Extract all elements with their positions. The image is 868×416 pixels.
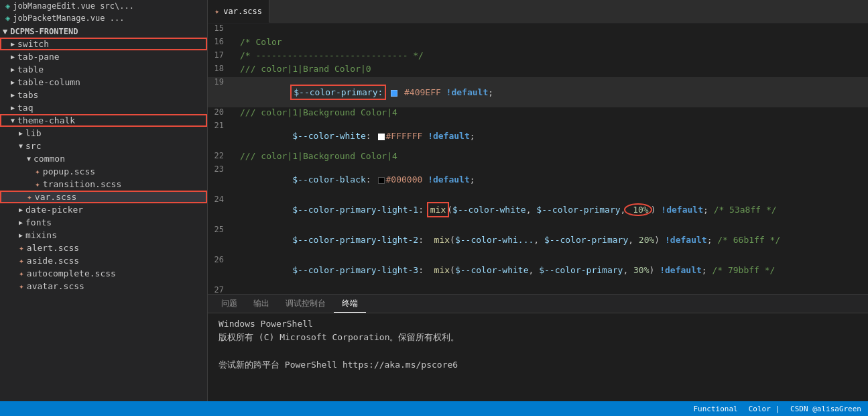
sidebar-label-switch: switch (17, 39, 49, 49)
sidebar-item-transition[interactable]: ✦ transition.scss (0, 178, 207, 191)
panel-tab-output[interactable]: 输出 (245, 295, 277, 313)
panel-tab-issues-label: 问题 (221, 298, 237, 309)
code-line-25: 25 $--color-primary-light-2: mix($--colo… (208, 225, 868, 255)
folder-arrow-src: ▼ (19, 142, 23, 150)
sidebar-label-taq: taq (17, 103, 33, 113)
open-file-1-name: jobManageEdit.vue src\... (13, 1, 134, 11)
app-container: ◈ jobManageEdit.vue src\... ◈ jobPacketM… (0, 0, 868, 401)
line-num-17: 17 (208, 50, 235, 60)
status-csdn: CSDN @alisaGreen (790, 405, 861, 413)
highlighted-var-primary: $--color-primary: (292, 87, 384, 98)
folder-arrow-tab-pane: ▶ (11, 53, 15, 60)
sidebar-label-src: src (25, 141, 41, 151)
line-content-19: $--color-primary: #409EFF !default; (235, 77, 865, 107)
scss-icon-aside: ✦ (19, 256, 24, 266)
line-num-22: 22 (208, 151, 235, 160)
terminal-line-4: 尝试新的跨平台 PowerShell https://aka.ms/pscore… (219, 359, 857, 371)
panel-tab-issues[interactable]: 问题 (213, 295, 245, 313)
file-tab-label: var.scss (223, 7, 262, 16)
open-file-2[interactable]: ◈ jobPacketManage.vue ... (5, 13, 124, 23)
code-line-18: 18 /// color|1|Brand Color|0 (208, 64, 868, 77)
line-content-26: $--color-primary-light-3: mix($--color-w… (235, 255, 865, 285)
sidebar-item-taq[interactable]: ▶ taq (0, 101, 207, 114)
sidebar-item-var[interactable]: ✦ var.scss (0, 191, 207, 203)
line-num-27: 27 (208, 285, 235, 294)
panel-tab-debug[interactable]: 调试控制台 (277, 295, 334, 313)
line-content-23: $--color-black: #000000 !default; (235, 164, 865, 195)
sidebar-item-switch[interactable]: ▶ switch (0, 38, 207, 50)
sidebar-item-autocomplete[interactable]: ✦ autocomplete.scss (0, 267, 207, 280)
file-tabs: ✦ var.scss (208, 0, 868, 23)
folder-arrow-tabs: ▶ (11, 91, 15, 99)
sidebar-item-avatar[interactable]: ✦ avatar.scss (0, 280, 207, 293)
file-tab-var[interactable]: ✦ var.scss (208, 0, 269, 23)
folder-arrow-lib: ▶ (19, 129, 23, 137)
color-swatch-black (378, 177, 385, 184)
panel-tab-terminal[interactable]: 终端 (334, 295, 366, 313)
folder-arrow-fonts: ▶ (19, 219, 23, 226)
sidebar-item-common[interactable]: ▼ common (0, 152, 207, 165)
code-line-22: 22 /// color|1|Background Color|4 (208, 151, 868, 164)
sidebar-item-alert[interactable]: ✦ alert.scss (0, 242, 207, 254)
sidebar-item-popup[interactable]: ✦ popup.scss (0, 165, 207, 178)
color-swatch-white (378, 134, 385, 140)
line-content-16: /* Color (235, 37, 865, 47)
vue-icon-2: ◈ (5, 13, 10, 23)
panel-tabs: 问题 输出 调试控制台 终端 (208, 295, 868, 313)
line-content-21: $--color-white: #FFFFFF !default; (235, 121, 865, 151)
line-num-26: 26 (208, 255, 235, 264)
scss-icon-autocomplete: ✦ (19, 268, 24, 278)
open-file-1[interactable]: ◈ jobManageEdit.vue src\... (5, 1, 134, 11)
sidebar-label-transition: transition.scss (43, 179, 121, 189)
status-bar: Functional Color | CSDN @alisaGreen (0, 401, 868, 416)
sidebar-label-aside: aside.scss (27, 256, 79, 266)
line-num-16: 16 (208, 37, 235, 46)
line-num-23: 23 (208, 164, 235, 174)
sidebar-label-autocomplete: autocomplete.scss (27, 268, 116, 278)
sidebar-item-src[interactable]: ▼ src (0, 140, 207, 152)
folder-arrow-common: ▼ (27, 155, 31, 162)
line-num-21: 21 (208, 121, 235, 130)
folder-arrow-table: ▶ (11, 66, 15, 73)
line-num-19: 19 (208, 77, 235, 87)
sidebar-label-alert: alert.scss (27, 243, 79, 253)
sidebar-label-tabs: tabs (17, 90, 38, 100)
bottom-panel: 问题 输出 调试控制台 终端 Windows PowerShell 版权所有 (… (208, 294, 868, 401)
color-swatch-primary (391, 90, 397, 97)
scss-icon-var: ✦ (27, 192, 32, 202)
open-files-row: ◈ jobManageEdit.vue src\... (0, 0, 207, 12)
sidebar-item-table-column[interactable]: ▶ table-column (0, 76, 207, 89)
sidebar-item-aside[interactable]: ✦ aside.scss (0, 254, 207, 267)
sidebar-item-tab-pane[interactable]: ▶ tab-pane (0, 50, 207, 63)
terminal-content: Windows PowerShell 版权所有 (C) Microsoft Co… (208, 313, 868, 401)
status-right: Functional Color | CSDN @alisaGreen (693, 405, 861, 413)
code-line-26: 26 $--color-primary-light-3: mix($--colo… (208, 255, 868, 285)
code-line-16: 16 /* Color (208, 37, 868, 50)
sidebar-label-tab-pane: tab-pane (17, 52, 60, 62)
sidebar-label-lib: lib (25, 128, 41, 138)
line-content-22: /// color|1|Background Color|4 (235, 151, 865, 161)
scss-icon-transition: ✦ (35, 179, 40, 189)
terminal-line-2: 版权所有 (C) Microsoft Corporation。保留所有权利。 (219, 331, 857, 344)
sidebar-item-date-picker[interactable]: ▶ date-picker (0, 203, 207, 216)
terminal-line-1: Windows PowerShell (219, 319, 857, 329)
sidebar-label-fonts: fonts (25, 217, 52, 227)
code-editor: 15 16 /* Color 17 /* -------------------… (208, 23, 868, 294)
sidebar-item-fonts[interactable]: ▶ fonts (0, 216, 207, 229)
editor-area: ✦ var.scss 15 16 /* Color 17 /* --------… (208, 0, 868, 401)
sidebar-item-mixins[interactable]: ▶ mixins (0, 229, 207, 242)
sidebar-label-common: common (34, 154, 65, 164)
line-num-18: 18 (208, 64, 235, 73)
root-folder[interactable]: ▼ DCPMS-FRONTEND (0, 24, 207, 38)
code-line-23: 23 $--color-black: #000000 !default; (208, 164, 868, 195)
code-line-17: 17 /* ----------------------------- */ (208, 50, 868, 64)
sidebar-item-lib[interactable]: ▶ lib (0, 127, 207, 140)
sidebar-item-table[interactable]: ▶ table (0, 63, 207, 76)
sidebar-item-theme-chalk[interactable]: ▼ theme-chalk (0, 114, 207, 127)
status-functional: Functional (693, 405, 737, 413)
code-line-21: 21 $--color-white: #FFFFFF !default; (208, 121, 868, 151)
code-line-27: 27 $--color-primary-light-4: mix($--colo… (208, 285, 868, 294)
sidebar-label-date-picker: date-picker (25, 205, 83, 215)
highlighted-10pct: 10% (625, 205, 650, 215)
sidebar-item-tabs[interactable]: ▶ tabs (0, 89, 207, 101)
